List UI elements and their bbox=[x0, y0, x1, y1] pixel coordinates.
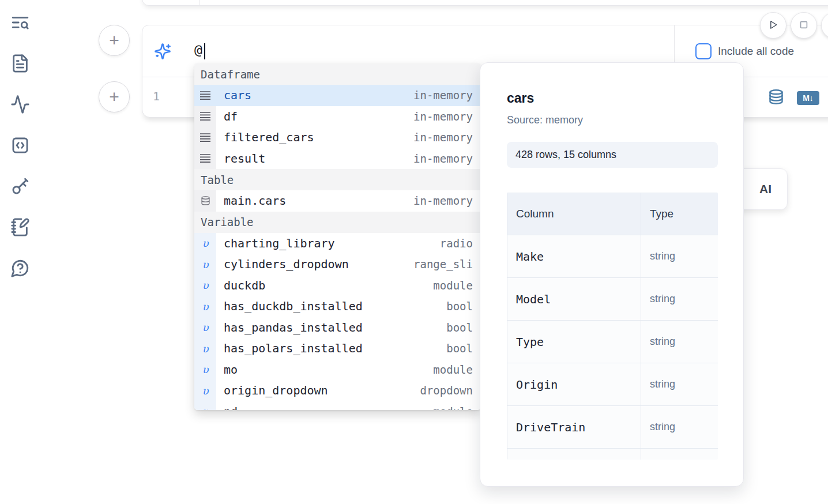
completion-item-charting_library[interactable]: υcharting_libraryradio bbox=[194, 233, 481, 254]
completion-item-df[interactable]: dfin-memory bbox=[194, 106, 481, 127]
completion-item-type: module bbox=[433, 363, 481, 376]
completion-item-type: bool bbox=[446, 300, 481, 313]
stop-button[interactable] bbox=[791, 12, 817, 39]
help-button[interactable] bbox=[10, 259, 30, 279]
dependencies-button[interactable] bbox=[10, 95, 30, 115]
completion-item-cylinders_dropdown[interactable]: υcylinders_dropdownrange_sli bbox=[194, 254, 481, 275]
completion-item-type: in-memory bbox=[413, 152, 481, 165]
ai-prompt-input[interactable]: @ bbox=[194, 42, 202, 57]
schema-cell-column: DriveTrain bbox=[507, 406, 641, 449]
schema-cell-column: Type bbox=[507, 321, 641, 363]
text-cursor bbox=[204, 43, 205, 59]
dataframe-rows-icon bbox=[194, 85, 216, 106]
cell-toolbar: M↓ bbox=[768, 89, 819, 107]
completion-item-name: result bbox=[216, 152, 413, 166]
markdown-badge-icon[interactable]: M↓ bbox=[797, 91, 819, 105]
preview-source: Source: memory bbox=[507, 114, 718, 126]
variable-icon: υ bbox=[194, 359, 216, 381]
file-document-icon bbox=[10, 54, 30, 75]
sidebar bbox=[0, 0, 40, 504]
completion-item-name: has_pandas_installed bbox=[216, 321, 446, 334]
documentation-button[interactable] bbox=[10, 54, 30, 74]
variable-icon: υ bbox=[194, 338, 216, 359]
variable-icon: υ bbox=[194, 401, 216, 411]
completion-item-name: duckdb bbox=[216, 279, 433, 292]
previous-cell-remnant bbox=[142, 0, 828, 6]
dataframe-preview-panel: cars Source: memory 428 rows, 15 columns… bbox=[480, 62, 744, 487]
completion-item-pd[interactable]: υpdmodule bbox=[194, 401, 481, 411]
variable-icon: υ bbox=[194, 380, 216, 401]
completion-item-filtered_cars[interactable]: filtered_carsin-memory bbox=[194, 127, 481, 148]
preview-title: cars bbox=[507, 91, 718, 106]
schema-cell-type: string bbox=[641, 406, 718, 449]
completion-item-type: dropdown bbox=[420, 384, 481, 397]
completion-item-type: bool bbox=[446, 342, 481, 355]
completion-item-name: charting_library bbox=[216, 236, 440, 250]
gutter-divider bbox=[200, 0, 200, 5]
completion-item-type: bool bbox=[446, 321, 481, 334]
ai-card-label: AI bbox=[759, 182, 771, 196]
dataframe-rows-icon bbox=[194, 106, 216, 127]
schema-cell-column bbox=[507, 449, 641, 460]
schema-row: Originstring bbox=[507, 363, 718, 406]
completion-item-cars[interactable]: carsin-memory bbox=[194, 85, 481, 106]
completion-item-name: filtered_cars bbox=[216, 130, 413, 144]
schema-cell-column: Origin bbox=[507, 363, 641, 406]
secrets-button[interactable] bbox=[10, 177, 30, 197]
completion-item-type: in-memory bbox=[413, 131, 481, 144]
completion-item-name: mo bbox=[216, 363, 433, 377]
variable-icon: υ bbox=[194, 296, 216, 317]
snippets-button[interactable] bbox=[10, 136, 30, 156]
completion-item-name: has_polars_installed bbox=[216, 341, 446, 355]
completion-item-has_pandas_installed[interactable]: υhas_pandas_installedbool bbox=[194, 317, 481, 338]
completion-item-mo[interactable]: υmomodule bbox=[194, 359, 481, 381]
help-chat-icon bbox=[10, 258, 30, 280]
completion-item-name: main.cars bbox=[216, 194, 413, 208]
completion-item-type: in-memory bbox=[413, 110, 481, 123]
schema-cell-type bbox=[641, 449, 718, 460]
add-cell-above-button[interactable]: + bbox=[99, 25, 130, 56]
variable-icon: υ bbox=[194, 275, 216, 296]
file-explorer-button[interactable] bbox=[10, 13, 30, 33]
activity-icon bbox=[10, 95, 30, 116]
variable-icon: υ bbox=[194, 317, 216, 338]
completion-item-main.cars[interactable]: main.carsin-memory bbox=[194, 190, 481, 212]
include-all-code-label: Include all code bbox=[718, 45, 794, 58]
add-cell-below-button[interactable]: + bbox=[99, 81, 130, 112]
notebook-pen-icon bbox=[10, 217, 30, 239]
completion-item-name: has_duckdb_installed bbox=[216, 299, 446, 313]
completion-item-name: pd bbox=[216, 405, 433, 410]
completion-item-type: module bbox=[433, 279, 481, 292]
completion-item-result[interactable]: resultin-memory bbox=[194, 148, 481, 170]
play-icon bbox=[767, 19, 779, 32]
include-all-code-checkbox[interactable] bbox=[695, 43, 712, 59]
stop-icon bbox=[798, 19, 810, 32]
text-search-icon bbox=[10, 13, 30, 34]
database-icon[interactable] bbox=[768, 89, 784, 107]
schema-table: Column Type MakestringModelstringTypestr… bbox=[507, 193, 718, 460]
completion-item-type: in-memory bbox=[413, 89, 481, 101]
completion-section-header: Dataframe bbox=[194, 63, 481, 85]
key-icon bbox=[10, 176, 30, 198]
schema-cell-column: Model bbox=[507, 278, 641, 321]
completion-item-name: cars bbox=[216, 88, 413, 102]
completion-item-name: df bbox=[216, 110, 413, 123]
schema-cell-type: string bbox=[641, 278, 718, 321]
run-cell-button[interactable] bbox=[760, 12, 786, 39]
completion-item-type: radio bbox=[440, 237, 481, 250]
schema-cell-type: string bbox=[641, 321, 718, 363]
schema-cell-type: string bbox=[641, 235, 718, 278]
completion-item-type: range_sli bbox=[413, 258, 481, 270]
dataframe-rows-icon bbox=[194, 148, 216, 170]
completion-item-name: cylinders_dropdown bbox=[216, 257, 413, 271]
schema-cell-type: string bbox=[641, 363, 718, 406]
completion-item-has_duckdb_installed[interactable]: υhas_duckdb_installedbool bbox=[194, 296, 481, 317]
completion-item-duckdb[interactable]: υduckdbmodule bbox=[194, 275, 481, 296]
code-snippets-icon bbox=[10, 136, 30, 157]
completion-item-has_polars_installed[interactable]: υhas_polars_installedbool bbox=[194, 338, 481, 359]
schema-row: Typestring bbox=[507, 321, 718, 363]
schema-header-type: Type bbox=[641, 193, 718, 235]
variable-icon: υ bbox=[194, 233, 216, 254]
completion-item-origin_dropdown[interactable]: υorigin_dropdowndropdown bbox=[194, 380, 481, 401]
scratchpad-button[interactable] bbox=[10, 218, 30, 238]
